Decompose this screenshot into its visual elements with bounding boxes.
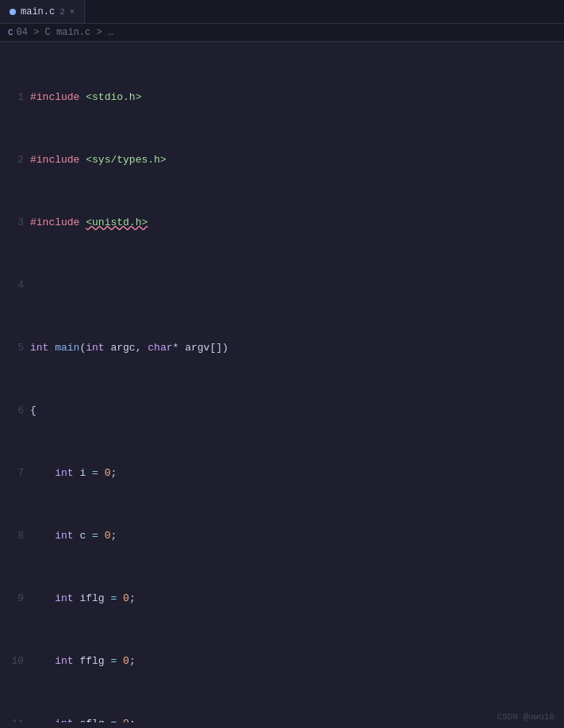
code-line-11: 11 int sflg = 0; — [6, 716, 558, 722]
code-line-3: 3#include <unistd.h> — [6, 215, 558, 230]
watermark: CSDN @uwu16 — [497, 712, 554, 722]
breadcrumb-icon: C — [8, 28, 13, 37]
breadcrumb: C 04 > C main.c > … — [0, 24, 564, 42]
tab-main-c[interactable]: main.c 2 × — [0, 0, 85, 23]
code-line-10: 10 int fflg = 0; — [6, 653, 558, 669]
code-content: 1#include <stdio.h> 2#include <sys/types… — [0, 42, 564, 722]
code-line-9: 9 int iflg = 0; — [6, 591, 558, 606]
code-line-4: 4 — [6, 278, 558, 293]
c-file-icon — [10, 9, 16, 15]
editor-area: 1#include <stdio.h> 2#include <sys/types… — [0, 42, 564, 722]
code-line-5: 5int main(int argc, char* argv[]) — [6, 340, 558, 355]
tab-close-icon[interactable]: × — [70, 7, 75, 17]
code-line-1: 1#include <stdio.h> — [6, 90, 558, 105]
tab-bar: main.c 2 × — [0, 0, 564, 24]
code-line-7: 7 int i = 0; — [6, 466, 558, 481]
breadcrumb-path: 04 > C main.c > … — [17, 27, 113, 38]
tab-modified: 2 — [59, 7, 65, 17]
code-line-6: 6{ — [6, 403, 558, 418]
tab-filename: main.c — [21, 6, 55, 17]
code-line-2: 2#include <sys/types.h> — [6, 152, 558, 167]
code-line-8: 8 int c = 0; — [6, 528, 558, 543]
